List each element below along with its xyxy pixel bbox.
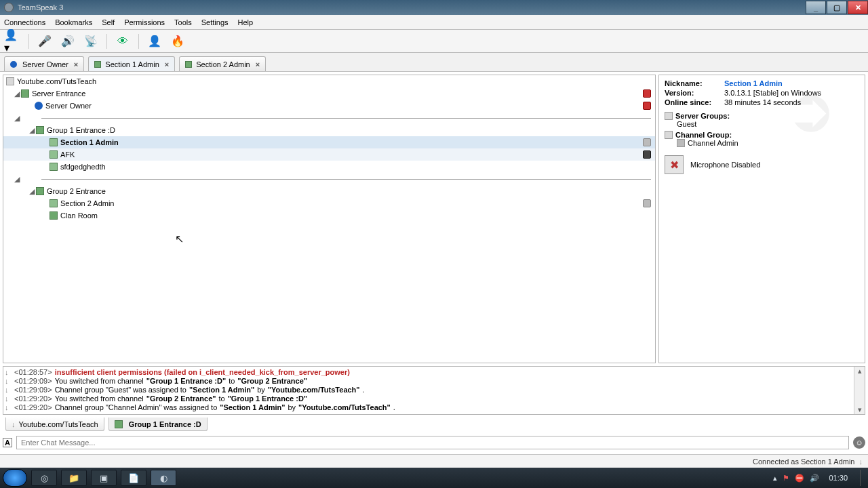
channel-clan-room[interactable]: Clan Room: [3, 209, 655, 222]
channel-name: Group 2 Entrance: [47, 187, 106, 195]
user-section-1-admin[interactable]: Section 1 Admin: [3, 136, 655, 148]
microphone-disabled-icon: ✖: [665, 155, 684, 174]
log-time: <01:29:20>: [14, 403, 52, 412]
log-arrow-icon: ↓: [5, 377, 12, 386]
tray-flag-icon[interactable]: ▴: [773, 474, 777, 483]
toolbar-separator: [138, 34, 139, 49]
chat-tab-server[interactable]: ↓ Youtube.com/TutsTeach: [5, 418, 104, 431]
scroll-down-icon[interactable]: ▾: [858, 405, 862, 414]
title-bar: TeamSpeak 3 _ ▢ ✕: [0, 0, 868, 15]
menu-bookmarks[interactable]: Bookmarks: [55, 18, 92, 26]
start-button[interactable]: [3, 469, 27, 487]
tab-section-1-admin[interactable]: Section 1 Admin ×: [88, 56, 175, 71]
menu-settings[interactable]: Settings: [201, 18, 229, 26]
log-text: .: [393, 403, 395, 412]
tab-section-2-admin[interactable]: Section 2 Admin ×: [179, 56, 266, 71]
hot-icon[interactable]: 🔥: [169, 33, 186, 50]
collapse-icon[interactable]: ◢: [13, 89, 21, 98]
log-time: <01:28:57>: [14, 368, 52, 377]
menu-tools[interactable]: Tools: [174, 18, 192, 26]
emoji-icon[interactable]: ☺: [853, 436, 865, 449]
channel-tree[interactable]: Youtube.com/TutsTeach ◢ Server Entrance …: [3, 75, 656, 363]
close-tab-icon[interactable]: ×: [256, 60, 260, 68]
away-icon[interactable]: 👤▾: [4, 33, 22, 50]
user-icon: [10, 61, 17, 68]
group-icon: [665, 112, 673, 120]
tray-action-center-icon[interactable]: ⚑: [783, 474, 789, 483]
user-sfd[interactable]: sfdgedghedth: [3, 161, 655, 173]
close-tab-icon[interactable]: ×: [74, 60, 78, 68]
minimize-button[interactable]: _: [806, 1, 826, 14]
log-scrollbar[interactable]: ▴▾: [854, 367, 865, 414]
version-label: Version:: [665, 89, 724, 97]
tray-network-icon[interactable]: ⛔: [795, 474, 804, 483]
chat-tab-channel[interactable]: Group 1 Entrance :D: [108, 418, 208, 431]
server-log[interactable]: ↓<01:28:57> insufficient client permissi…: [3, 366, 865, 415]
user-name: sfdgedghedth: [60, 163, 106, 171]
chat-input-row: A ☺: [3, 434, 865, 451]
shield-icon: [643, 138, 651, 146]
close-button[interactable]: ✕: [848, 1, 868, 14]
online-label: Online since:: [665, 98, 724, 106]
status-arrow-icon: ↓: [859, 458, 863, 466]
tray-volume-icon[interactable]: 🔊: [810, 474, 819, 483]
maximize-button[interactable]: ▢: [827, 1, 847, 14]
show-desktop-button[interactable]: [860, 470, 865, 486]
nickname-label: Nickname:: [665, 79, 724, 87]
channel-group-1[interactable]: ◢ Group 1 Entrance :D: [3, 124, 655, 136]
filter-icon[interactable]: 👤: [146, 33, 163, 50]
user-server-owner[interactable]: Server Owner: [3, 100, 655, 112]
log-bold: "Group 1 Entrance :D": [228, 394, 307, 403]
contacts-icon[interactable]: 👁: [114, 33, 132, 50]
close-tab-icon[interactable]: ×: [165, 60, 169, 68]
mute-mic-icon[interactable]: 🎤: [36, 33, 54, 50]
menu-permissions[interactable]: Permissions: [124, 18, 165, 26]
taskbar-clock[interactable]: 01:30: [829, 474, 848, 482]
mute-speaker-icon[interactable]: 🔊: [59, 33, 77, 50]
taskbar-cmd-icon[interactable]: ▣: [91, 470, 117, 486]
collapse-icon[interactable]: ◢: [28, 126, 36, 135]
log-bold: "Group 1 Entrance :D": [146, 377, 226, 386]
taskbar-notepad-icon[interactable]: 📄: [121, 470, 146, 486]
divider: [41, 179, 651, 180]
channel-group-value: Channel Admin: [688, 139, 738, 147]
taskbar-chrome-icon[interactable]: ◎: [31, 470, 57, 486]
online-value: 38 minutes 14 seconds: [724, 98, 801, 106]
subscribe-icon[interactable]: 📡: [82, 33, 100, 50]
channel-icon: [185, 61, 192, 68]
log-bold: "Group 2 Entrance": [237, 377, 307, 386]
chat-tab-bar: ↓ Youtube.com/TutsTeach Group 1 Entrance…: [3, 415, 865, 431]
scroll-up-icon[interactable]: ▴: [858, 367, 862, 375]
user-section-2-admin[interactable]: Section 2 Admin: [3, 197, 655, 209]
log-arrow-icon: ↓: [12, 420, 16, 428]
chat-input[interactable]: [16, 436, 849, 449]
collapse-icon[interactable]: ◢: [28, 187, 36, 196]
user-afk[interactable]: AFK: [3, 148, 655, 161]
chat-mode-icon[interactable]: A: [3, 438, 12, 447]
menu-connections[interactable]: Connections: [4, 18, 45, 26]
shield-icon: [643, 89, 651, 98]
menu-help[interactable]: Help: [238, 18, 254, 26]
tab-server-owner[interactable]: Server Owner ×: [4, 56, 84, 71]
collapse-icon[interactable]: ◢: [13, 114, 21, 123]
channel-group-2[interactable]: ◢ Group 2 Entrance: [3, 185, 655, 197]
user-name: Server Owner: [45, 102, 92, 110]
server-group-value: Guest: [677, 120, 859, 128]
menu-self[interactable]: Self: [102, 18, 115, 26]
user-name: AFK: [60, 150, 75, 159]
log-text: to: [229, 377, 235, 386]
taskbar-explorer-icon[interactable]: 📁: [61, 470, 87, 486]
badge-icon: [643, 150, 651, 159]
user-name: Section 1 Admin: [60, 138, 119, 146]
chat-tab-label: Group 1 Entrance :D: [129, 420, 201, 428]
nickname-value[interactable]: Section 1 Admin: [724, 79, 783, 87]
status-bar: Connected as Section 1 Admin ↓: [0, 454, 868, 468]
menu-bar: Connections Bookmarks Self Permissions T…: [0, 15, 868, 30]
collapse-icon[interactable]: ◢: [13, 175, 21, 184]
server-row[interactable]: Youtube.com/TutsTeach: [3, 75, 655, 87]
channel-server-entrance[interactable]: ◢ Server Entrance: [3, 87, 655, 100]
log-time: <01:29:09>: [14, 386, 52, 394]
channel-name: Server Entrance: [32, 89, 85, 98]
taskbar-teamspeak-icon[interactable]: ◐: [151, 470, 176, 486]
user-name: Section 2 Admin: [60, 199, 115, 207]
